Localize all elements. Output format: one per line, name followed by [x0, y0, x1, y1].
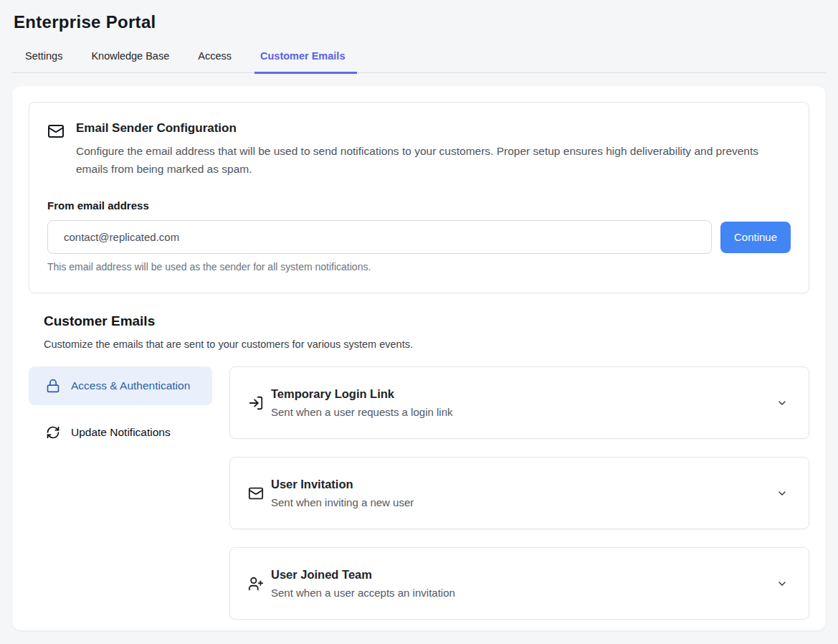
customer-emails-title: Customer Emails [44, 313, 809, 329]
email-category-sidebar: Access & Authentication Update Notificat… [29, 366, 212, 620]
sender-card-description: Configure the email address that will be… [76, 142, 779, 178]
customer-emails-panel: Email Sender Configuration Configure the… [12, 86, 826, 630]
sidebar-item-label: Update Notifications [71, 424, 171, 441]
from-email-label: From email address [47, 199, 791, 212]
chevron-down-icon[interactable] [776, 397, 788, 409]
mail-icon [248, 486, 264, 501]
refresh-icon [46, 425, 60, 440]
tab-knowledge-base[interactable]: Knowledge Base [85, 50, 175, 72]
chevron-down-icon[interactable] [776, 578, 788, 589]
email-card-user-invitation[interactable]: User Invitation Sent when inviting a new… [229, 457, 809, 529]
email-card-description: Sent when a user accepts an invitation [271, 587, 455, 599]
sidebar-item-access-authentication[interactable]: Access & Authentication [29, 366, 212, 405]
login-icon [248, 395, 264, 411]
email-card-description: Sent when inviting a new user [271, 496, 414, 508]
email-card-title: Temporary Login Link [271, 387, 452, 401]
email-sender-configuration-card: Email Sender Configuration Configure the… [29, 102, 809, 293]
sidebar-item-update-notifications[interactable]: Update Notifications [29, 413, 212, 452]
sender-card-title: Email Sender Configuration [76, 121, 779, 136]
email-card-title: User Invitation [271, 478, 414, 491]
page-title: Enterprise Portal [0, 0, 838, 32]
tab-customer-emails[interactable]: Customer Emails [254, 50, 351, 72]
sidebar-item-label: Access & Authentication [71, 377, 190, 394]
tab-settings[interactable]: Settings [19, 50, 68, 72]
customer-emails-subtitle: Customize the emails that are sent to yo… [44, 338, 809, 350]
mail-icon [47, 123, 65, 178]
continue-button[interactable]: Continue [720, 222, 791, 253]
tab-bar: Settings Knowledge Base Access Customer … [12, 50, 826, 73]
from-email-input[interactable] [47, 220, 712, 254]
user-plus-icon [248, 576, 264, 592]
tab-access[interactable]: Access [192, 50, 237, 72]
chevron-down-icon[interactable] [776, 488, 788, 499]
email-card-user-joined-team[interactable]: User Joined Team Sent when a user accept… [229, 547, 809, 620]
email-card-title: User Joined Team [271, 568, 455, 582]
email-card-temporary-login-link[interactable]: Temporary Login Link Sent when a user re… [229, 366, 809, 439]
email-template-list: Temporary Login Link Sent when a user re… [229, 366, 809, 620]
lock-icon [46, 379, 60, 393]
from-email-helper-text: This email address will be used as the s… [47, 261, 791, 273]
email-card-description: Sent when a user requests a login link [271, 406, 452, 418]
